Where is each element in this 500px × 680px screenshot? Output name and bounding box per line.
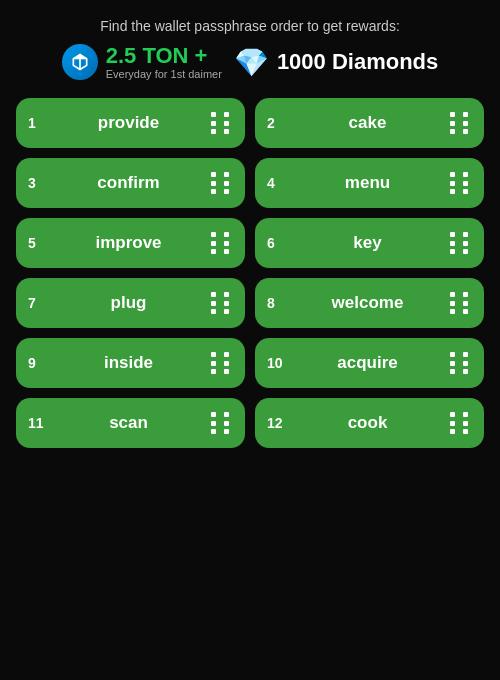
card-word-9: inside bbox=[48, 353, 209, 373]
drag-dot bbox=[463, 429, 468, 434]
drag-dot bbox=[211, 129, 216, 134]
drag-dot bbox=[211, 421, 216, 426]
word-card-1[interactable]: 1provide bbox=[16, 98, 245, 148]
drag-handle-3[interactable] bbox=[209, 172, 231, 194]
drag-dot bbox=[450, 181, 455, 186]
word-card-8[interactable]: 8welcome bbox=[255, 278, 484, 328]
drag-dot bbox=[450, 112, 455, 117]
word-card-9[interactable]: 9inside bbox=[16, 338, 245, 388]
drag-dot bbox=[211, 121, 216, 126]
drag-dot bbox=[211, 189, 216, 194]
drag-dot bbox=[450, 189, 455, 194]
word-card-5[interactable]: 5improve bbox=[16, 218, 245, 268]
word-card-10[interactable]: 10acquire bbox=[255, 338, 484, 388]
drag-handle-1[interactable] bbox=[209, 112, 231, 134]
card-word-10: acquire bbox=[287, 353, 448, 373]
card-word-12: cook bbox=[287, 413, 448, 433]
word-card-3[interactable]: 3confirm bbox=[16, 158, 245, 208]
drag-dot bbox=[450, 412, 455, 417]
card-word-2: cake bbox=[287, 113, 448, 133]
word-card-2[interactable]: 2cake bbox=[255, 98, 484, 148]
drag-dot bbox=[224, 429, 229, 434]
drag-dot bbox=[211, 181, 216, 186]
drag-dot bbox=[224, 412, 229, 417]
drag-handle-2[interactable] bbox=[448, 112, 470, 134]
card-word-6: key bbox=[287, 233, 448, 253]
drag-dot bbox=[224, 189, 229, 194]
word-grid: 1provide2cake3confirm4menu5improve6key7p… bbox=[0, 90, 500, 456]
drag-dot bbox=[463, 232, 468, 237]
drag-handle-8[interactable] bbox=[448, 292, 470, 314]
drag-dot bbox=[211, 112, 216, 117]
diamond-icon: 💎 bbox=[234, 46, 269, 79]
drag-dot bbox=[463, 412, 468, 417]
drag-dot bbox=[450, 309, 455, 314]
card-number-1: 1 bbox=[28, 115, 48, 131]
drag-handle-11[interactable] bbox=[209, 412, 231, 434]
drag-handle-5[interactable] bbox=[209, 232, 231, 254]
word-card-4[interactable]: 4menu bbox=[255, 158, 484, 208]
drag-dot bbox=[224, 292, 229, 297]
drag-dot bbox=[463, 181, 468, 186]
drag-dot bbox=[224, 352, 229, 357]
drag-handle-12[interactable] bbox=[448, 412, 470, 434]
drag-dot bbox=[224, 172, 229, 177]
drag-handle-6[interactable] bbox=[448, 232, 470, 254]
drag-dot bbox=[463, 421, 468, 426]
ton-amount: 2.5 TON + bbox=[106, 44, 222, 68]
drag-dot bbox=[450, 369, 455, 374]
card-number-7: 7 bbox=[28, 295, 48, 311]
drag-handle-7[interactable] bbox=[209, 292, 231, 314]
drag-dot bbox=[224, 249, 229, 254]
card-number-6: 6 bbox=[267, 235, 287, 251]
drag-dot bbox=[211, 369, 216, 374]
drag-dot bbox=[211, 361, 216, 366]
ton-logo-icon bbox=[70, 52, 90, 72]
drag-handle-9[interactable] bbox=[209, 352, 231, 374]
diamond-section: 💎 1000 Diamonds bbox=[234, 46, 438, 79]
drag-dot bbox=[450, 129, 455, 134]
drag-dot bbox=[463, 301, 468, 306]
drag-dot bbox=[463, 249, 468, 254]
drag-dot bbox=[463, 121, 468, 126]
drag-dot bbox=[450, 301, 455, 306]
card-number-5: 5 bbox=[28, 235, 48, 251]
drag-dot bbox=[450, 241, 455, 246]
drag-dot bbox=[224, 181, 229, 186]
drag-dot bbox=[224, 241, 229, 246]
card-number-3: 3 bbox=[28, 175, 48, 191]
ton-subtitle: Everyday for 1st daimer bbox=[106, 68, 222, 80]
word-card-7[interactable]: 7plug bbox=[16, 278, 245, 328]
card-word-3: confirm bbox=[48, 173, 209, 193]
card-number-10: 10 bbox=[267, 355, 287, 371]
instruction-text: Find the wallet passphrase order to get … bbox=[90, 0, 410, 40]
drag-dot bbox=[450, 361, 455, 366]
word-card-6[interactable]: 6key bbox=[255, 218, 484, 268]
card-word-8: welcome bbox=[287, 293, 448, 313]
drag-dot bbox=[224, 369, 229, 374]
drag-dot bbox=[224, 232, 229, 237]
drag-dot bbox=[211, 309, 216, 314]
drag-dot bbox=[211, 352, 216, 357]
word-card-11[interactable]: 11scan bbox=[16, 398, 245, 448]
card-number-11: 11 bbox=[28, 415, 48, 431]
drag-handle-10[interactable] bbox=[448, 352, 470, 374]
card-word-1: provide bbox=[48, 113, 209, 133]
card-word-4: menu bbox=[287, 173, 448, 193]
drag-dot bbox=[463, 189, 468, 194]
drag-dot bbox=[450, 121, 455, 126]
drag-dot bbox=[211, 241, 216, 246]
drag-handle-4[interactable] bbox=[448, 172, 470, 194]
ton-section: 2.5 TON + Everyday for 1st daimer bbox=[62, 44, 222, 80]
drag-dot bbox=[211, 172, 216, 177]
drag-dot bbox=[224, 301, 229, 306]
drag-dot bbox=[463, 172, 468, 177]
drag-dot bbox=[224, 361, 229, 366]
drag-dot bbox=[450, 232, 455, 237]
drag-dot bbox=[463, 361, 468, 366]
drag-dot bbox=[450, 292, 455, 297]
word-card-12[interactable]: 12cook bbox=[255, 398, 484, 448]
card-number-9: 9 bbox=[28, 355, 48, 371]
drag-dot bbox=[463, 309, 468, 314]
card-word-11: scan bbox=[48, 413, 209, 433]
